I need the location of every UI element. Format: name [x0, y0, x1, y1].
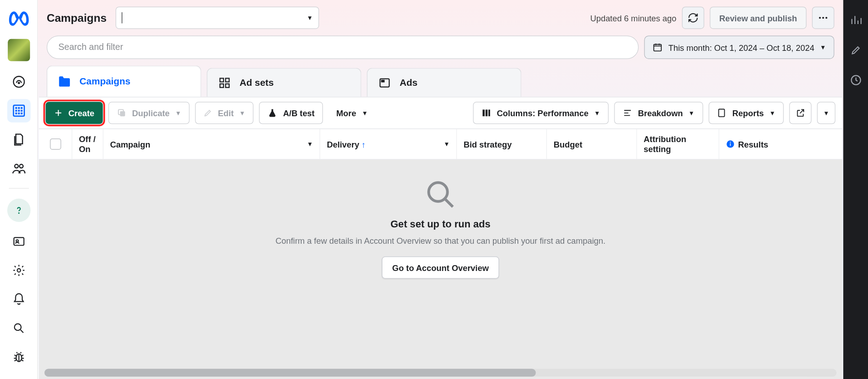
info-icon	[726, 140, 735, 149]
svg-rect-10	[18, 113, 20, 114]
bell-icon[interactable]	[7, 288, 30, 311]
create-button[interactable]: Create	[45, 102, 102, 124]
tab-ads[interactable]: Ads	[367, 68, 522, 97]
table-header-row: Off / On Campaign ▼ Delivery ↑ ▼ Bid str…	[39, 128, 842, 160]
svg-rect-33	[485, 109, 488, 116]
chevron-down-icon: ▼	[239, 109, 245, 116]
documents-icon[interactable]	[7, 128, 30, 151]
search-placeholder: Search and filter	[59, 42, 123, 52]
select-all-checkbox[interactable]	[39, 129, 73, 159]
main-content: Campaigns ▼ Updated 6 minutes ago Review…	[38, 0, 843, 379]
calendar-icon	[653, 42, 663, 52]
date-range-picker[interactable]: This month: Oct 1, 2024 – Oct 18, 2024 ▼	[644, 35, 834, 59]
meta-logo[interactable]	[8, 8, 30, 30]
ad-frame-icon	[377, 75, 392, 90]
chevron-down-icon: ▼	[820, 44, 826, 51]
svg-rect-6	[15, 110, 17, 112]
chevron-down-icon: ▼	[362, 109, 368, 116]
tab-ad-sets[interactable]: Ad sets	[207, 68, 361, 97]
account-selector-dropdown[interactable]: ▼	[116, 7, 319, 29]
svg-point-17	[17, 269, 20, 272]
column-budget[interactable]: Budget	[547, 129, 637, 159]
chevron-down-icon: ▼	[175, 109, 181, 116]
ab-test-button[interactable]: A/B test	[259, 102, 323, 124]
charts-panel-icon[interactable]	[849, 13, 862, 26]
left-nav-rail	[0, 0, 38, 379]
svg-point-13	[19, 164, 23, 168]
reports-icon	[717, 108, 727, 118]
account-avatar[interactable]	[8, 39, 30, 61]
svg-rect-15	[14, 237, 24, 245]
svg-point-39	[429, 182, 447, 201]
export-button[interactable]	[789, 102, 811, 124]
entity-tabs: Campaigns Ad sets Ads	[38, 66, 843, 97]
column-bid-strategy[interactable]: Bid strategy	[457, 129, 547, 159]
svg-rect-26	[220, 84, 224, 87]
magnifier-icon	[424, 178, 457, 211]
last-updated-text: Updated 6 minutes ago	[590, 13, 676, 23]
svg-point-14	[19, 213, 19, 213]
settings-gear-icon[interactable]	[7, 259, 30, 282]
svg-rect-7	[18, 110, 20, 112]
toolbar-more-caret[interactable]: ▼	[817, 102, 835, 124]
breakdown-icon	[622, 108, 632, 118]
reports-dropdown[interactable]: Reports ▼	[708, 102, 784, 124]
duplicate-button[interactable]: Duplicate ▼	[108, 102, 190, 124]
bug-icon[interactable]	[7, 345, 30, 369]
external-link-icon	[795, 108, 805, 118]
svg-point-21	[822, 17, 824, 19]
svg-rect-30	[120, 111, 125, 116]
chevron-down-icon: ▼	[823, 109, 829, 116]
refresh-button[interactable]	[682, 7, 704, 29]
review-and-publish-button[interactable]: Review and publish	[710, 7, 806, 29]
page-title: Campaigns	[47, 11, 107, 24]
chevron-down-icon: ▼	[444, 141, 449, 148]
edit-panel-icon[interactable]	[849, 44, 862, 57]
folder-icon	[57, 74, 72, 89]
search-and-filter-input[interactable]: Search and filter	[47, 35, 639, 59]
edit-button[interactable]: Edit ▼	[195, 102, 254, 124]
column-delivery[interactable]: Delivery ↑ ▼	[320, 129, 457, 159]
gauge-icon[interactable]	[7, 70, 30, 93]
column-off-on[interactable]: Off / On	[72, 129, 103, 159]
svg-rect-27	[225, 84, 229, 87]
chevron-down-icon: ▼	[307, 15, 312, 21]
column-results[interactable]: Results	[719, 129, 842, 159]
svg-rect-3	[15, 107, 17, 109]
scrollbar-thumb[interactable]	[44, 369, 536, 377]
breakdown-dropdown[interactable]: Breakdown ▼	[614, 102, 703, 124]
svg-rect-24	[220, 78, 224, 82]
svg-rect-34	[488, 109, 490, 116]
flask-icon	[268, 108, 278, 118]
plus-icon	[54, 108, 63, 118]
columns-dropdown[interactable]: Columns: Performance ▼	[473, 102, 609, 124]
chevron-down-icon: ▼	[307, 141, 313, 148]
chevron-down-icon: ▼	[769, 109, 775, 116]
svg-point-20	[819, 17, 821, 19]
column-campaign[interactable]: Campaign ▼	[103, 129, 320, 159]
tab-label: Campaigns	[79, 76, 130, 87]
svg-point-0	[13, 76, 24, 87]
svg-rect-32	[483, 109, 485, 116]
tab-campaigns[interactable]: Campaigns	[47, 66, 201, 97]
go-to-account-overview-button[interactable]: Go to Account Overview	[382, 256, 499, 279]
more-menu-button[interactable]	[812, 7, 834, 29]
action-toolbar: Create Duplicate ▼ Edit ▼ A/B test More …	[39, 97, 842, 128]
duplicate-icon	[117, 108, 127, 118]
campaigns-grid-icon[interactable]	[7, 99, 30, 122]
column-attribution[interactable]: Attribution setting	[637, 129, 719, 159]
svg-rect-9	[15, 113, 17, 114]
history-panel-icon[interactable]	[849, 74, 862, 87]
svg-rect-23	[654, 44, 662, 51]
svg-point-16	[16, 240, 18, 242]
contact-card-icon[interactable]	[7, 230, 30, 253]
more-dropdown[interactable]: More ▼	[328, 102, 375, 124]
horizontal-scrollbar[interactable]	[44, 369, 836, 377]
svg-rect-29	[381, 80, 384, 81]
search-icon[interactable]	[7, 316, 30, 340]
right-tools-rail	[843, 0, 868, 379]
date-range-label: This month: Oct 1, 2024 – Oct 18, 2024	[668, 43, 814, 52]
sort-ascending-icon: ↑	[361, 139, 366, 149]
help-icon[interactable]	[7, 199, 30, 222]
audience-people-icon[interactable]	[7, 157, 30, 180]
